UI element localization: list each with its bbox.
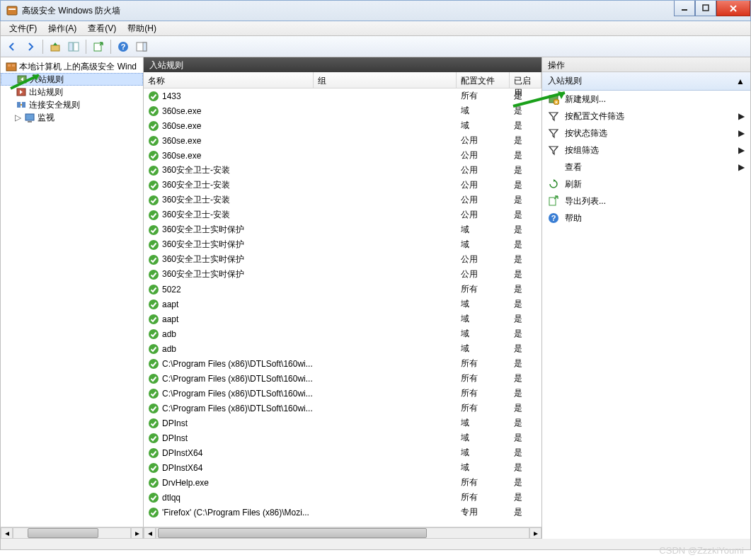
tree-hscroll[interactable]: ◂▸ — [1, 527, 143, 539]
forward-button[interactable] — [22, 38, 39, 55]
svg-text:?: ? — [551, 214, 556, 222]
actions-section-header[interactable]: 入站规则 ▲ — [542, 72, 750, 91]
table-row[interactable]: DPInstX64域是 — [144, 460, 541, 475]
table-row[interactable]: 360安全卫士实时保护公用是 — [144, 252, 541, 267]
minimize-button[interactable] — [674, 1, 695, 16]
cell-profile: 域 — [457, 417, 510, 429]
tree-outbound-rules[interactable]: 出站规则 — [1, 86, 143, 98]
cell-profile: 域 — [457, 298, 510, 310]
rules-hscroll[interactable]: ◂▸ — [144, 527, 541, 539]
action-filter-profile[interactable]: 按配置文件筛选 ▶ — [542, 108, 750, 125]
table-row[interactable]: 360安全卫士实时保护公用是 — [144, 267, 541, 282]
cell-enabled: 是 — [510, 149, 541, 161]
cell-name: dtlqq — [144, 492, 314, 503]
filter-icon — [548, 127, 559, 139]
table-row[interactable]: DPInst域是 — [144, 430, 541, 445]
cell-profile: 所有 — [457, 387, 510, 399]
svg-point-36 — [149, 329, 159, 339]
table-row[interactable]: 5022所有是 — [144, 282, 541, 297]
col-enabled[interactable]: 已启用 — [510, 72, 541, 88]
action-view[interactable]: 查看 ▶ — [542, 159, 750, 176]
submenu-arrow-icon: ▶ — [738, 145, 745, 155]
table-row[interactable]: 360安全卫士实时保护域是 — [144, 222, 541, 237]
cell-profile: 所有 — [457, 491, 510, 503]
table-body[interactable]: 1433所有是360se.exe域是360se.exe域是360se.exe公用… — [144, 88, 541, 527]
cell-name: DPInstX64 — [144, 462, 314, 474]
table-row[interactable]: C:\Program Files (x86)\DTLSoft\160wi...所… — [144, 386, 541, 401]
toolbar: ? — [0, 36, 751, 57]
enabled-check-icon — [148, 239, 159, 251]
svg-point-44 — [149, 448, 159, 458]
cell-name: 360安全卫士-安装 — [144, 179, 314, 191]
cell-name: C:\Program Files (x86)\DTLSoft\160wi... — [144, 358, 314, 370]
table-row[interactable]: C:\Program Files (x86)\DTLSoft\160wi...所… — [144, 401, 541, 416]
show-action-pane-button[interactable] — [133, 38, 150, 55]
tree-connection-security[interactable]: 连接安全规则 — [1, 98, 143, 111]
cell-name: 360安全卫士实时保护 — [144, 239, 314, 251]
export-icon — [548, 195, 559, 207]
menubar: 文件(F) 操作(A) 查看(V) 帮助(H) — [0, 21, 751, 36]
table-row[interactable]: 360se.exe公用是 — [144, 148, 541, 163]
table-row[interactable]: DPInstX64域是 — [144, 445, 541, 460]
table-row[interactable]: DrvHelp.exe所有是 — [144, 475, 541, 490]
show-hide-tree-button[interactable] — [65, 38, 82, 55]
table-row[interactable]: DPInst域是 — [144, 416, 541, 430]
table-row[interactable]: 360se.exe公用是 — [144, 133, 541, 148]
enabled-check-icon — [148, 492, 159, 503]
close-button[interactable] — [716, 1, 750, 16]
col-name[interactable]: 名称 — [144, 72, 314, 88]
table-row[interactable]: 360安全卫士实时保护域是 — [144, 237, 541, 252]
table-row[interactable]: 360安全卫士-安装公用是 — [144, 193, 541, 207]
table-row[interactable]: 360安全卫士-安装公用是 — [144, 178, 541, 193]
svg-point-37 — [149, 344, 159, 354]
action-filter-state[interactable]: 按状态筛选 ▶ — [542, 125, 750, 142]
table-row[interactable]: adb域是 — [144, 341, 541, 356]
back-button[interactable] — [4, 38, 21, 55]
table-row[interactable]: adb域是 — [144, 326, 541, 341]
table-row[interactable]: 360se.exe域是 — [144, 118, 541, 133]
table-row[interactable]: dtlqq所有是 — [144, 490, 541, 505]
actions-section-title: 入站规则 — [548, 75, 582, 87]
help-button[interactable]: ? — [115, 38, 132, 55]
export-button[interactable] — [90, 38, 107, 55]
table-row[interactable]: aapt域是 — [144, 312, 541, 326]
cell-name: 360se.exe — [144, 120, 314, 132]
menu-help[interactable]: 帮助(H) — [122, 21, 162, 36]
table-row[interactable]: C:\Program Files (x86)\DTLSoft\160wi...所… — [144, 371, 541, 386]
table-row[interactable]: 360安全卫士-安装公用是 — [144, 163, 541, 178]
menu-file[interactable]: 文件(F) — [4, 21, 42, 36]
action-help[interactable]: ? 帮助 — [542, 210, 750, 227]
action-new-rule[interactable]: ✶ 新建规则... — [542, 91, 750, 108]
table-row[interactable]: 360安全卫士-安装公用是 — [144, 207, 541, 222]
cell-name: 360安全卫士实时保护 — [144, 268, 314, 280]
action-new-rule-label: 新建规则... — [565, 93, 606, 105]
svg-point-41 — [149, 404, 159, 413]
up-level-button[interactable] — [47, 38, 64, 55]
table-row[interactable]: C:\Program Files (x86)\DTLSoft\160wi...所… — [144, 356, 541, 371]
menu-view[interactable]: 查看(V) — [82, 21, 122, 36]
cell-profile: 公用 — [457, 209, 510, 221]
action-refresh[interactable]: 刷新 — [542, 176, 750, 193]
action-filter-group[interactable]: 按组筛选 ▶ — [542, 142, 750, 159]
table-row[interactable]: 360se.exe域是 — [144, 103, 541, 118]
action-filter-group-label: 按组筛选 — [565, 144, 599, 156]
cell-name: DPInstX64 — [144, 447, 314, 459]
enabled-check-icon — [148, 195, 159, 206]
table-row[interactable]: 'Firefox' (C:\Program Files (x86)\Mozi..… — [144, 505, 541, 520]
cell-name: 360安全卫士-安装 — [144, 194, 314, 206]
table-row[interactable]: 1433所有是 — [144, 88, 541, 103]
expand-icon[interactable]: ▷ — [13, 113, 22, 122]
action-export[interactable]: 导出列表... — [542, 193, 750, 210]
tree-inbound-rules[interactable]: 入站规则 — [1, 73, 143, 86]
maximize-button[interactable] — [695, 1, 716, 16]
tree-monitoring[interactable]: ▷ 监视 — [1, 111, 143, 124]
menu-action[interactable]: 操作(A) — [42, 21, 82, 36]
col-group[interactable]: 组 — [314, 72, 457, 88]
col-profile[interactable]: 配置文件 — [457, 72, 510, 88]
tree-monitor-label: 监视 — [38, 112, 55, 124]
collapse-icon[interactable]: ▲ — [736, 76, 745, 86]
table-row[interactable]: aapt域是 — [144, 297, 541, 312]
cell-enabled: 是 — [510, 164, 541, 176]
svg-point-25 — [149, 166, 159, 176]
tree-root[interactable]: 本地计算机 上的高级安全 Wind — [1, 60, 143, 73]
